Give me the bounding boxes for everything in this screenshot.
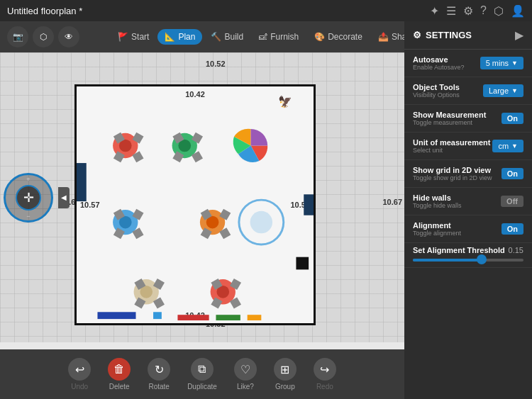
nav-build[interactable]: 🔨 Build <box>204 29 250 45</box>
compass[interactable]: ✛ + − <box>4 173 53 223</box>
show-grid-toggle[interactable]: On <box>501 168 523 179</box>
object-tools-value: Large <box>489 86 509 95</box>
settings-icon[interactable]: ⚙ <box>463 4 473 18</box>
nav-build-label: Build <box>224 32 243 42</box>
zoom-plus[interactable]: + <box>26 176 30 183</box>
tool-duplicate[interactable]: ⧉ Duplicate <box>180 354 224 395</box>
settings-panel: ⚙ SETTINGS ▶ Autosave Enable Autosave? 5… <box>404 21 532 399</box>
svg-rect-46 <box>248 315 262 320</box>
slider-header: Set Alignment Threshold 0.15 <box>413 246 523 254</box>
setting-autosave: Autosave Enable Autosave? 5 mins ▼ <box>404 50 532 77</box>
rotate-icon: ↻ <box>148 358 170 381</box>
show-measurement-label-group: Show Measurement Toggle measurement <box>413 111 486 126</box>
tool-like[interactable]: ♡ Like? <box>227 354 264 395</box>
top-bar: Untitled floorplan * ✦ ☰ ⚙ ? ⬡ 👤 <box>0 0 532 21</box>
left-toolbar-icons: 📷 ⬡ 👁 <box>7 26 79 47</box>
setting-hide-walls: Hide walls Toggle hide walls Off <box>404 188 532 215</box>
nav-decorate[interactable]: 🎨 Decorate <box>307 29 370 45</box>
svg-rect-44 <box>177 315 209 320</box>
delete-label: Delete <box>109 383 130 390</box>
tool-rotate[interactable]: ↻ Rotate <box>140 354 177 395</box>
redo-label: Redo <box>316 383 333 390</box>
autosave-label: Autosave <box>413 55 465 64</box>
tool-redo[interactable]: ↪ Redo <box>306 354 343 395</box>
show-measurement-toggle[interactable]: On <box>501 113 523 124</box>
star-icon[interactable]: ✦ <box>430 4 439 18</box>
setting-object-tools: Object Tools Visibility Options Large ▼ <box>404 77 532 105</box>
build-icon: 🔨 <box>211 32 221 42</box>
settings-collapse-arrow[interactable]: ▶ <box>515 28 523 42</box>
tool-group[interactable]: ⊞ Group <box>267 354 304 395</box>
settings-header: ⚙ SETTINGS ▶ <box>404 21 532 50</box>
slider-label: Set Alignment Threshold <box>413 246 505 254</box>
svg-rect-45 <box>216 315 240 320</box>
nav-decorate-label: Decorate <box>328 32 362 42</box>
compass-inner: ✛ <box>16 185 41 210</box>
hide-walls-sublabel: Toggle hide walls <box>413 202 462 209</box>
panel-toggle-arrow[interactable]: ◀ <box>58 187 70 208</box>
camera-icon[interactable]: 📷 <box>7 26 28 47</box>
unit-sublabel: Select unit <box>413 147 490 154</box>
share-icon: 📤 <box>378 32 389 42</box>
redo-icon: ↪ <box>314 358 336 381</box>
layers-icon[interactable]: ⬡ <box>33 26 54 47</box>
svg-rect-42 <box>97 312 135 319</box>
unit-label-group: Unit of measurement Select unit <box>413 138 490 154</box>
nav-start[interactable]: 🚩 Start <box>111 29 156 45</box>
help-icon[interactable]: ? <box>480 4 487 17</box>
slider-thumb[interactable] <box>477 254 487 264</box>
object-tools-label: Object Tools <box>413 83 460 91</box>
nav-start-label: Start <box>131 32 149 42</box>
like-icon: ♡ <box>234 358 257 381</box>
undo-label: Undo <box>71 383 88 390</box>
hide-walls-label-group: Hide walls Toggle hide walls <box>413 193 462 209</box>
export-icon[interactable]: ⬡ <box>494 4 504 18</box>
duplicate-icon: ⧉ <box>191 358 214 381</box>
autosave-dropdown[interactable]: 5 mins ▼ <box>480 57 523 69</box>
bottom-toolbar: ↩ Undo 🗑 Delete ↻ Rotate ⧉ Duplicate ♡ L… <box>0 349 404 399</box>
object-tools-dropdown[interactable]: Large ▼ <box>483 84 523 97</box>
alignment-label: Alignment <box>413 221 461 230</box>
tool-delete[interactable]: 🗑 Delete <box>101 354 138 395</box>
svg-rect-29 <box>296 257 309 270</box>
alignment-toggle[interactable]: On <box>501 223 523 235</box>
setting-show-measurement: Show Measurement Toggle measurement On <box>404 105 532 133</box>
object-tools-sublabel: Visibility Options <box>413 91 460 99</box>
menu-icon[interactable]: ☰ <box>446 4 456 18</box>
eye-icon[interactable]: 👁 <box>58 26 79 47</box>
furniture-svg <box>77 86 314 323</box>
nav-plan-label: Plan <box>178 32 195 42</box>
room[interactable]: 10.42 10.42 10.57 10.57 🦅 <box>74 84 316 325</box>
autosave-sublabel: Enable Autosave? <box>413 64 465 71</box>
nav-furnish[interactable]: 🛋 Furnish <box>252 29 306 45</box>
object-tools-label-group: Object Tools Visibility Options <box>413 83 460 99</box>
canvas-area[interactable]: ✛ + − ◀ 10.52 10.52 10.67 10.67 10.42 10… <box>0 52 404 342</box>
autosave-value: 5 mins <box>486 59 509 67</box>
alignment-threshold-container: Set Alignment Threshold 0.15 <box>404 243 532 268</box>
alignment-sublabel: Toggle alignment <box>413 230 461 237</box>
autosave-arrow: ▼ <box>511 60 518 67</box>
alignment-label-group: Alignment Toggle alignment <box>413 221 461 237</box>
gear-icon: ⚙ <box>413 30 421 40</box>
like-label: Like? <box>237 383 254 390</box>
show-grid-label: Show grid in 2D view <box>413 166 492 174</box>
zoom-minus[interactable]: − <box>26 213 30 220</box>
svg-rect-13 <box>77 163 87 201</box>
unit-arrow: ▼ <box>511 142 518 150</box>
decorate-icon: 🎨 <box>314 32 325 42</box>
nav-furnish-label: Furnish <box>270 32 299 42</box>
unit-dropdown[interactable]: cm ▼ <box>492 140 523 152</box>
group-icon: ⊞ <box>274 358 297 381</box>
user-icon[interactable]: 👤 <box>511 4 525 18</box>
show-grid-label-group: Show grid in 2D view Toggle show grid in… <box>413 166 492 181</box>
hide-walls-toggle[interactable]: Off <box>501 196 523 207</box>
tool-undo[interactable]: ↩ Undo <box>61 354 98 395</box>
slider-track[interactable] <box>413 259 523 262</box>
settings-title: ⚙ SETTINGS <box>413 30 472 40</box>
setting-show-grid: Show grid in 2D view Toggle show grid in… <box>404 160 532 188</box>
nav-plan[interactable]: 📐 Plan <box>157 29 202 45</box>
start-icon: 🚩 <box>118 32 128 42</box>
furnish-icon: 🛋 <box>259 32 267 42</box>
top-bar-icons: ✦ ☰ ⚙ ? ⬡ 👤 <box>430 4 525 18</box>
dim-right: 10.67 <box>382 198 402 206</box>
